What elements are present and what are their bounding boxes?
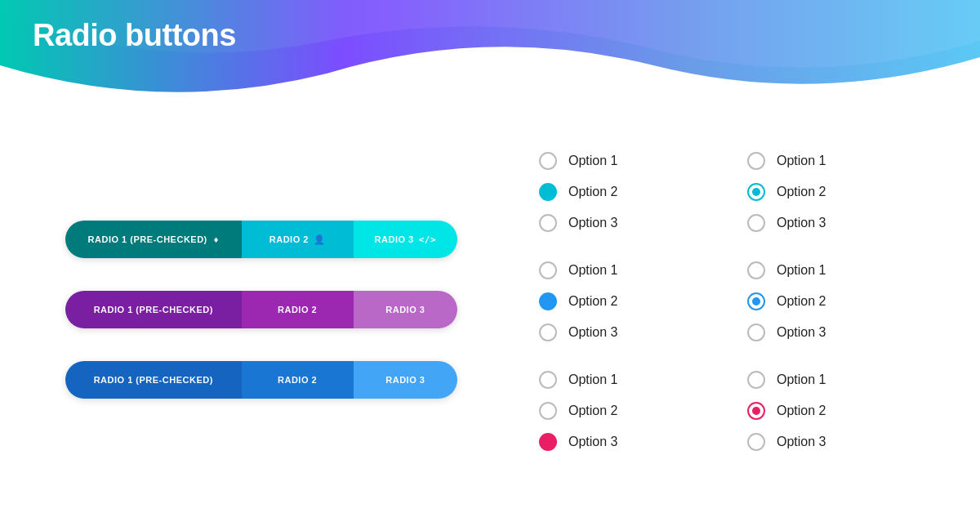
radio-circle [747, 261, 765, 279]
radio-column-2: Option 1 Option 2 Option 3 Option 1 [739, 145, 947, 474]
radio-group-2-col2: Option 1 Option 2 Option 3 [747, 255, 939, 348]
purple-radio-1[interactable]: RADIO 1 (PRE-CHECKED) [65, 291, 242, 328]
radio-circle [539, 261, 557, 279]
header: Radio buttons [0, 0, 980, 106]
blue-radio-3[interactable]: RADIO 3 [354, 361, 457, 399]
radio-option-label: Option 1 [568, 154, 617, 168]
list-item[interactable]: Option 2 [747, 286, 939, 317]
radio-option-label: Option 2 [568, 185, 617, 199]
radio2-blue-label: RADIO 2 [278, 375, 317, 385]
list-item[interactable]: Option 1 [539, 145, 731, 176]
radio-circle [539, 292, 557, 310]
radio-circle [539, 152, 557, 170]
list-item[interactable]: Option 2 [539, 286, 731, 317]
list-item[interactable]: Option 3 [747, 426, 939, 457]
button-groups-panel: RADIO 1 (PRE-CHECKED) ♦ RADIO 2 👤 RADIO … [0, 106, 506, 513]
radio-button-group-teal: RADIO 1 (PRE-CHECKED) ♦ RADIO 2 👤 RADIO … [65, 221, 457, 258]
radio-option-label: Option 1 [777, 372, 826, 387]
radio-option-label: Option 1 [568, 263, 617, 278]
radio-group-3-col2: Option 1 Option 2 Option 3 [747, 364, 939, 457]
radio-group-1-col2: Option 1 Option 2 Option 3 [747, 145, 939, 239]
radio-circle [747, 371, 765, 389]
list-item[interactable]: Option 1 [747, 364, 939, 395]
radio-circle [539, 371, 557, 389]
radio-option-label: Option 3 [568, 216, 617, 230]
radio-circle [539, 323, 557, 341]
list-item[interactable]: Option 2 [539, 176, 731, 207]
list-item[interactable]: Option 1 [747, 145, 939, 176]
radio-option-label: Option 2 [777, 294, 826, 309]
radio-button-group-blue: RADIO 1 (PRE-CHECKED) RADIO 2 RADIO 3 [65, 361, 457, 399]
list-item[interactable]: Option 1 [747, 255, 939, 286]
radio2-teal-label: RADIO 2 [270, 234, 309, 244]
radio-option-label: Option 3 [568, 435, 617, 449]
list-item[interactable]: Option 1 [539, 364, 731, 395]
blue-radio-1[interactable]: RADIO 1 (PRE-CHECKED) [65, 361, 242, 399]
radio-group-3-col1: Option 1 Option 2 Option 3 [539, 364, 731, 457]
radio-circle [539, 402, 557, 420]
list-item[interactable]: Option 2 [747, 395, 939, 426]
radio-circle [747, 183, 765, 201]
radio-option-label: Option 2 [568, 294, 617, 309]
radio-option-label: Option 3 [568, 325, 617, 340]
radio-circle [747, 323, 765, 341]
purple-radio-3[interactable]: RADIO 3 [354, 291, 457, 328]
radio-circle [747, 214, 765, 232]
radio-option-label: Option 3 [777, 216, 826, 230]
list-item[interactable]: Option 2 [747, 176, 939, 207]
radio-circle [539, 183, 557, 201]
radio-option-label: Option 1 [777, 263, 826, 278]
radio-circle [747, 433, 765, 451]
radio-option-label: Option 2 [568, 404, 617, 418]
teal-radio-3[interactable]: RADIO 3 </> [354, 221, 457, 258]
radio-circle [747, 292, 765, 310]
list-item[interactable]: Option 3 [539, 207, 731, 239]
radio-option-label: Option 2 [777, 185, 826, 199]
radio-group-2-col1: Option 1 Option 2 Option 3 [539, 255, 731, 348]
radio3-blue-label: RADIO 3 [385, 375, 425, 385]
radio-options-panel: Option 1 Option 2 Option 3 Option 1 [506, 106, 980, 513]
list-item[interactable]: Option 3 [747, 207, 939, 239]
page-title: Radio buttons [33, 18, 236, 53]
radio-circle [539, 433, 557, 451]
list-item[interactable]: Option 3 [539, 426, 731, 457]
radio-option-label: Option 3 [777, 325, 826, 340]
radio-circle [747, 152, 765, 170]
radio3-purple-label: RADIO 3 [385, 305, 425, 314]
radio-circle [539, 214, 557, 232]
radio-group-1-col1: Option 1 Option 2 Option 3 [539, 145, 731, 239]
radio-circle [747, 402, 765, 420]
radio-option-label: Option 1 [568, 372, 617, 387]
list-item[interactable]: Option 1 [539, 255, 731, 286]
list-item[interactable]: Option 3 [747, 317, 939, 348]
main-content: RADIO 1 (PRE-CHECKED) ♦ RADIO 2 👤 RADIO … [0, 106, 980, 513]
radio-column-1: Option 1 Option 2 Option 3 Option 1 [531, 145, 739, 474]
list-item[interactable]: Option 2 [539, 395, 731, 426]
radio-option-label: Option 3 [777, 435, 826, 449]
code-icon: </> [419, 234, 436, 245]
radio2-purple-label: RADIO 2 [278, 305, 317, 314]
diamond-icon: ♦ [214, 234, 219, 244]
radio3-teal-label: RADIO 3 [375, 234, 414, 244]
teal-radio-1[interactable]: RADIO 1 (PRE-CHECKED) ♦ [65, 221, 242, 258]
radio-option-label: Option 2 [777, 404, 826, 418]
teal-radio-2[interactable]: RADIO 2 👤 [242, 221, 354, 258]
purple-radio-2[interactable]: RADIO 2 [242, 291, 354, 328]
radio-option-label: Option 1 [777, 154, 826, 168]
list-item[interactable]: Option 3 [539, 317, 731, 348]
radio1-blue-label: RADIO 1 (PRE-CHECKED) [94, 375, 213, 385]
radio1-teal-label: RADIO 1 (PRE-CHECKED) [88, 234, 207, 244]
radio1-purple-label: RADIO 1 (PRE-CHECKED) [94, 305, 213, 314]
blue-radio-2[interactable]: RADIO 2 [242, 361, 354, 399]
user-icon: 👤 [314, 234, 326, 245]
radio-button-group-purple: RADIO 1 (PRE-CHECKED) RADIO 2 RADIO 3 [65, 291, 457, 328]
